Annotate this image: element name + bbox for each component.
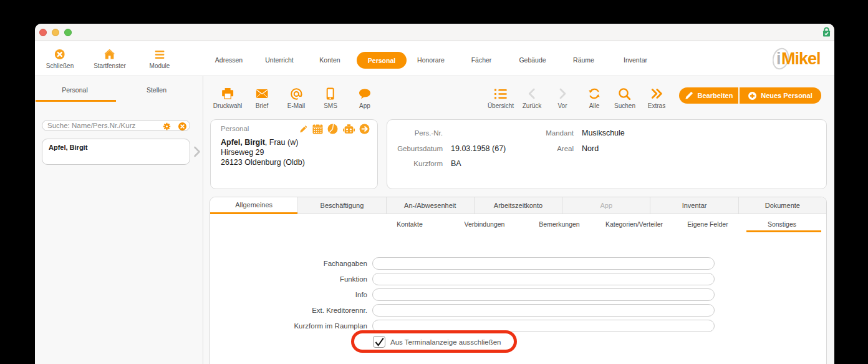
svg-text:Mikel: Mikel: [781, 49, 821, 68]
svg-text:i: i: [776, 49, 781, 68]
